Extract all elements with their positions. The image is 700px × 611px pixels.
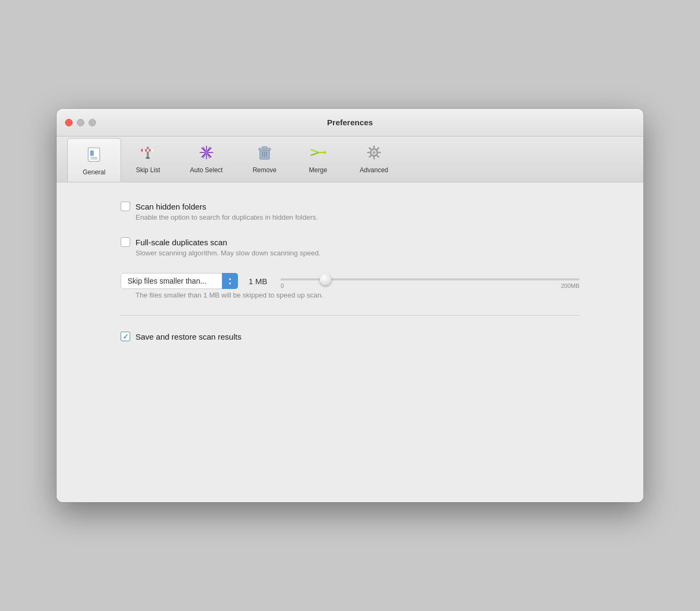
tab-merge[interactable]: Merge — [291, 136, 345, 182]
svg-line-34 — [369, 156, 371, 157]
skip-dropdown[interactable]: Skip files smaller than... — [121, 273, 238, 289]
content-area: Scan hidden folders Enable the option to… — [57, 182, 643, 502]
svg-rect-0 — [89, 148, 100, 161]
svg-line-31 — [369, 148, 371, 149]
tab-merge-label: Merge — [309, 166, 327, 174]
svg-line-32 — [377, 156, 379, 157]
minimize-button[interactable] — [77, 119, 84, 126]
general-icon — [83, 144, 105, 165]
skip-dropdown-wrapper: Skip files smaller than... — [121, 273, 238, 289]
slider-filled — [281, 278, 325, 280]
svg-point-16 — [205, 151, 208, 154]
preferences-window: Preferences General — [57, 109, 643, 502]
scan-hidden-section: Scan hidden folders Enable the option to… — [121, 202, 579, 221]
scan-hidden-row: Scan hidden folders — [121, 202, 579, 211]
window-title: Preferences — [327, 118, 373, 127]
scan-hidden-label: Scan hidden folders — [136, 202, 206, 211]
scan-hidden-desc: Enable the option to search for duplicat… — [136, 213, 579, 221]
full-scale-label: Full-scale duplicates scan — [136, 238, 227, 247]
svg-rect-8 — [149, 149, 151, 152]
skip-files-section: Skip files smaller than... 1 MB 0 200MB — [121, 273, 579, 299]
tab-auto-select-label: Auto Select — [190, 166, 222, 174]
tab-advanced-label: Advanced — [360, 166, 388, 174]
svg-rect-22 — [262, 147, 267, 149]
scan-hidden-checkbox[interactable] — [121, 202, 130, 211]
slider-value: 1 MB — [249, 277, 270, 286]
tab-general-label: General — [83, 168, 106, 176]
svg-rect-4 — [147, 147, 149, 158]
svg-marker-24 — [324, 150, 327, 154]
divider — [121, 315, 579, 316]
full-scale-row: Full-scale duplicates scan — [121, 237, 579, 247]
skip-slider-row: Skip files smaller than... 1 MB 0 200MB — [121, 273, 579, 289]
tab-remove-label: Remove — [252, 166, 276, 174]
skip-list-icon — [137, 142, 158, 163]
remove-icon — [254, 142, 275, 163]
slider-track[interactable] — [281, 278, 579, 280]
auto-select-icon — [196, 142, 217, 163]
skip-files-desc: The files smaller than 1 MB will be skip… — [136, 291, 579, 299]
svg-rect-7 — [145, 149, 147, 152]
titlebar: Preferences — [57, 109, 643, 136]
full-scale-section: Full-scale duplicates scan Slower scanni… — [121, 237, 579, 257]
merge-icon — [307, 142, 329, 163]
window-controls — [65, 119, 96, 126]
maximize-button[interactable] — [89, 119, 96, 126]
toolbar: General Skip List — [57, 136, 643, 182]
slider-max-label: 200MB — [561, 283, 579, 289]
svg-rect-9 — [146, 157, 150, 159]
tab-skip-list[interactable]: Skip List — [121, 136, 175, 182]
close-button[interactable] — [65, 119, 73, 126]
tab-skip-list-label: Skip List — [136, 166, 160, 174]
slider-container: 0 200MB — [281, 273, 579, 289]
full-scale-checkbox[interactable] — [121, 237, 130, 247]
advanced-icon — [363, 142, 385, 163]
slider-thumb[interactable] — [320, 274, 331, 285]
tab-remove[interactable]: Remove — [237, 136, 291, 182]
svg-rect-1 — [91, 151, 93, 156]
tab-advanced[interactable]: Advanced — [345, 136, 403, 182]
svg-rect-6 — [141, 149, 144, 152]
save-restore-checkbox[interactable] — [121, 332, 130, 341]
slider-min-label: 0 — [281, 283, 284, 289]
svg-line-33 — [377, 148, 379, 149]
tab-auto-select[interactable]: Auto Select — [175, 136, 237, 182]
tab-general[interactable]: General — [67, 138, 121, 182]
save-restore-label: Save and restore scan results — [136, 332, 241, 341]
svg-point-26 — [372, 151, 375, 154]
full-scale-desc: Slower scanning algorithm. May slow down… — [136, 249, 579, 257]
save-restore-section: Save and restore scan results — [121, 332, 579, 341]
